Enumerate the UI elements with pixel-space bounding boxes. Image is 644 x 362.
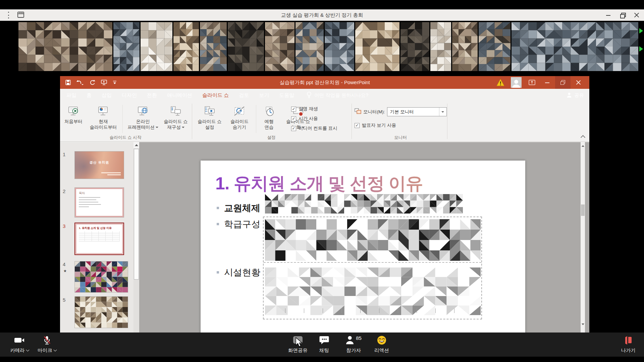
from-beginning-button[interactable]: 처음부터 bbox=[63, 104, 84, 135]
slide-number: 5 bbox=[63, 297, 71, 303]
chat-button[interactable]: 채팅 bbox=[311, 335, 337, 354]
participant-video-tile[interactable] bbox=[430, 22, 451, 71]
collapse-ribbon-icon[interactable] bbox=[581, 135, 585, 140]
tab-view[interactable]: 보기 bbox=[254, 89, 274, 102]
participant-video-tile[interactable] bbox=[173, 22, 199, 71]
monitor-dropdown[interactable]: 기본 모니터 bbox=[387, 107, 447, 116]
present-online-button[interactable]: 온라인프레젠테이션 bbox=[125, 104, 161, 135]
checkbox-show-media-controls[interactable]: ✓ 미디어 컨트롤 표시 bbox=[291, 125, 337, 131]
scroll-up-icon[interactable] bbox=[133, 142, 139, 148]
slide4-censored-mosaic bbox=[75, 261, 128, 292]
customize-qat-icon[interactable] bbox=[113, 80, 117, 84]
slide-thumbnail-3-selected[interactable]: 1. 유치원 소개 및 선정 이유 bbox=[74, 223, 124, 255]
slide1-subtext-line bbox=[101, 172, 121, 173]
checkbox-checked-icon: ✓ bbox=[355, 123, 360, 128]
ppt-titlebar-right bbox=[493, 76, 586, 89]
slide-thumbnail-4[interactable] bbox=[74, 261, 128, 293]
redo-icon[interactable] bbox=[90, 80, 95, 85]
account-avatar[interactable] bbox=[511, 77, 522, 88]
ppt-minimize-icon[interactable] bbox=[540, 76, 555, 89]
slide-thumbnail-panel: 1 경산 유치원 2 목차 bbox=[60, 142, 139, 333]
ribbon: 처음부터 현재슬라이드부터 온라인프레젠테이션 슬라이드 쇼재구성 슬라이드 쇼… bbox=[60, 102, 589, 142]
setup-slide-show-button[interactable]: 슬라이드 쇼설정 bbox=[194, 104, 225, 135]
tab-transitions[interactable]: 전환 bbox=[142, 89, 162, 102]
slide-thumbnail-2[interactable]: 목차 bbox=[74, 187, 124, 218]
table-row-divider bbox=[264, 262, 481, 263]
participant-video-tile[interactable] bbox=[265, 22, 294, 71]
thumbnail-scrollbar-thumb[interactable] bbox=[134, 149, 139, 280]
dropdown-arrow-icon[interactable] bbox=[439, 108, 446, 116]
minimize-icon[interactable] bbox=[606, 12, 611, 18]
bullet-marker bbox=[217, 271, 219, 274]
meeting-title: 교생 실습 평가회 & 상반기 정기 총회 bbox=[0, 12, 644, 18]
participant-video-tile[interactable] bbox=[400, 22, 429, 71]
share-button[interactable]: 공유 bbox=[567, 89, 584, 102]
gallery-view-icon[interactable] bbox=[17, 12, 24, 19]
participant-video-tile[interactable] bbox=[18, 22, 112, 71]
scroll-down-icon[interactable] bbox=[581, 321, 585, 327]
rehearse-timings-button[interactable]: 예행연습 bbox=[259, 104, 279, 135]
checkbox-use-presenter-view[interactable]: ✓ 발표자 보기 사용 bbox=[355, 122, 396, 128]
camera-button[interactable]: 카메라 bbox=[6, 335, 33, 354]
checkbox-play-narrations[interactable]: ✓ 설명 재생 bbox=[291, 106, 318, 112]
ribbon-display-options-icon[interactable] bbox=[524, 76, 540, 89]
tab-insert[interactable]: 삽입 bbox=[97, 89, 117, 102]
from-current-slide-button[interactable]: 현재슬라이드부터 bbox=[86, 104, 121, 135]
ppt-restore-icon[interactable] bbox=[555, 76, 571, 89]
reactions-button[interactable]: 리액션 bbox=[368, 335, 395, 354]
thumbnail-scrollbar[interactable] bbox=[133, 142, 139, 333]
tab-review[interactable]: 검토 bbox=[234, 89, 254, 102]
ppt-close-icon[interactable] bbox=[571, 76, 586, 89]
hide-slide-button[interactable]: 슬라이드숨기기 bbox=[226, 104, 253, 135]
participant-video-tile[interactable] bbox=[512, 22, 638, 71]
slide1-title: 경산 유치원 bbox=[75, 160, 124, 165]
slide-scrollbar[interactable] bbox=[581, 142, 585, 333]
tab-home[interactable]: 홈 bbox=[82, 89, 97, 102]
start-slideshow-icon[interactable] bbox=[101, 80, 107, 85]
warning-icon[interactable] bbox=[493, 76, 508, 89]
slide-thumbnail-5[interactable] bbox=[74, 296, 128, 328]
restore-icon[interactable] bbox=[620, 12, 625, 18]
tab-animations[interactable]: 애니메이션 bbox=[162, 89, 197, 102]
participant-video-tile[interactable] bbox=[452, 22, 478, 71]
tab-slide-show[interactable]: 슬라이드 쇼 bbox=[197, 89, 234, 102]
gallery-scroll-right-icon[interactable] bbox=[639, 46, 643, 52]
participant-video-tile[interactable] bbox=[355, 22, 399, 71]
close-icon[interactable] bbox=[634, 12, 639, 18]
leave-button[interactable]: 나가기 bbox=[616, 335, 640, 354]
dropdown-caret-icon bbox=[182, 127, 184, 128]
slide-scrollbar-thumb[interactable] bbox=[581, 204, 585, 216]
participant-video-tile[interactable] bbox=[200, 22, 227, 71]
slide-canvas: 1. 유치원 소개 및 선정 이유 교원체제 학급구성 시설현황 bbox=[139, 142, 585, 333]
kebab-menu-icon[interactable] bbox=[7, 12, 9, 18]
hide-slide-icon bbox=[226, 104, 253, 118]
tab-file[interactable]: 파일 bbox=[61, 89, 82, 102]
tab-design[interactable]: 디자인 bbox=[117, 89, 142, 102]
participant-video-tile[interactable] bbox=[113, 22, 140, 71]
current-slide: 1. 유치원 소개 및 선정 이유 교원체제 학급구성 시설현황 bbox=[201, 161, 525, 333]
gallery-scroll-right-icon[interactable] bbox=[639, 28, 643, 34]
tell-me-search[interactable]: 어떤 작업을 원하시나요? bbox=[307, 89, 368, 102]
participant-video-tile[interactable] bbox=[228, 22, 264, 71]
participant-video-tile[interactable] bbox=[141, 22, 172, 71]
slide-thumbnail-1[interactable]: 경산 유치원 bbox=[74, 151, 124, 179]
group-label-start-slideshow: 슬라이드 쇼 시작 bbox=[80, 135, 171, 140]
participants-button[interactable]: 85 참가자 bbox=[338, 335, 369, 354]
participant-video-tile[interactable] bbox=[479, 22, 511, 71]
custom-show-icon bbox=[161, 104, 190, 118]
slide-number: 1 bbox=[63, 152, 71, 157]
checkbox-use-timings[interactable]: ✓ 시간 사용 bbox=[291, 116, 318, 122]
save-icon[interactable] bbox=[65, 80, 71, 85]
participant-video-tile[interactable] bbox=[325, 22, 354, 71]
custom-slide-show-button[interactable]: 슬라이드 쇼재구성 bbox=[161, 104, 190, 135]
scroll-up-icon[interactable] bbox=[581, 143, 585, 148]
slide-number-selected: 3 bbox=[63, 223, 71, 229]
laughing-emoji-icon bbox=[368, 335, 395, 346]
slide-number: 4 bbox=[63, 261, 71, 267]
slide-bullet-3: 시설현황 bbox=[224, 266, 260, 279]
tab-help[interactable]: 도움말 bbox=[274, 89, 299, 102]
mic-button-muted[interactable]: 마이크 bbox=[34, 335, 60, 354]
participant-video-tile[interactable] bbox=[296, 22, 324, 71]
censored-table-mosaic bbox=[265, 219, 481, 261]
undo-icon[interactable] bbox=[76, 80, 84, 85]
